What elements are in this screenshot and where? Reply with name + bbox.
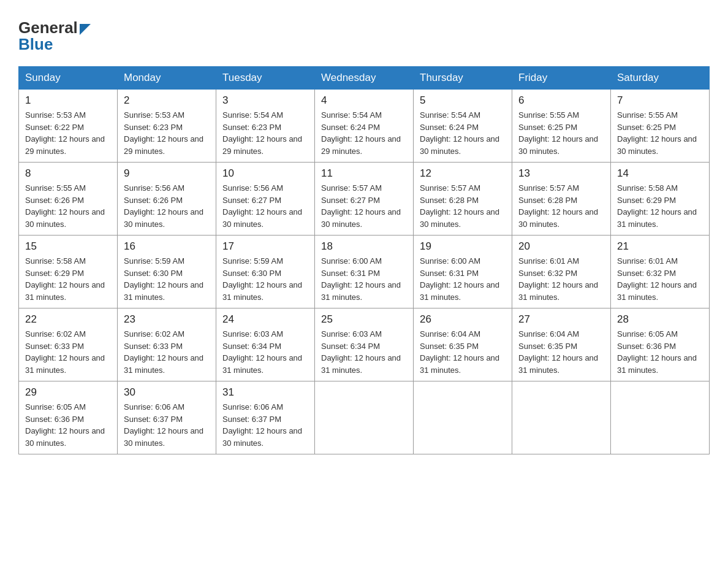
day-detail: Sunrise: 6:05 AM Sunset: 6:36 PM Dayligh… <box>617 328 703 376</box>
day-detail: Sunrise: 5:54 AM Sunset: 6:24 PM Dayligh… <box>420 109 506 157</box>
day-number: 6 <box>518 94 604 107</box>
day-number: 29 <box>25 386 111 399</box>
day-number: 27 <box>518 313 604 326</box>
calendar-cell: 8 Sunrise: 5:55 AM Sunset: 6:26 PM Dayli… <box>19 163 118 236</box>
day-number: 1 <box>25 94 111 107</box>
calendar-cell: 16 Sunrise: 5:59 AM Sunset: 6:30 PM Dayl… <box>118 236 216 308</box>
calendar-week-3: 15 Sunrise: 5:58 AM Sunset: 6:29 PM Dayl… <box>19 236 710 308</box>
calendar-cell: 12 Sunrise: 5:57 AM Sunset: 6:28 PM Dayl… <box>414 163 512 236</box>
calendar-cell: 14 Sunrise: 5:58 AM Sunset: 6:29 PM Dayl… <box>611 163 710 236</box>
calendar-cell: 23 Sunrise: 6:02 AM Sunset: 6:33 PM Dayl… <box>118 308 216 381</box>
day-number: 17 <box>222 240 308 253</box>
calendar-cell: 21 Sunrise: 6:01 AM Sunset: 6:32 PM Dayl… <box>611 236 710 308</box>
calendar-cell: 28 Sunrise: 6:05 AM Sunset: 6:36 PM Dayl… <box>611 308 710 381</box>
day-number: 2 <box>124 94 210 107</box>
day-number: 15 <box>25 240 111 253</box>
day-detail: Sunrise: 5:54 AM Sunset: 6:24 PM Dayligh… <box>321 109 407 157</box>
day-detail: Sunrise: 5:56 AM Sunset: 6:26 PM Dayligh… <box>124 182 210 230</box>
day-number: 21 <box>617 240 703 253</box>
calendar-cell <box>315 381 414 454</box>
day-detail: Sunrise: 5:59 AM Sunset: 6:30 PM Dayligh… <box>222 255 308 303</box>
day-number: 24 <box>222 313 308 326</box>
day-detail: Sunrise: 5:53 AM Sunset: 6:22 PM Dayligh… <box>25 109 111 157</box>
calendar-cell: 29 Sunrise: 6:05 AM Sunset: 6:36 PM Dayl… <box>19 381 118 454</box>
day-detail: Sunrise: 6:06 AM Sunset: 6:37 PM Dayligh… <box>222 401 308 449</box>
col-header-wednesday: Wednesday <box>315 67 414 90</box>
day-number: 11 <box>321 167 407 180</box>
calendar-cell: 24 Sunrise: 6:03 AM Sunset: 6:34 PM Dayl… <box>216 308 315 381</box>
day-detail: Sunrise: 6:03 AM Sunset: 6:34 PM Dayligh… <box>321 328 407 376</box>
day-detail: Sunrise: 5:57 AM Sunset: 6:28 PM Dayligh… <box>518 182 604 230</box>
day-detail: Sunrise: 6:04 AM Sunset: 6:35 PM Dayligh… <box>420 328 506 376</box>
calendar-cell: 2 Sunrise: 5:53 AM Sunset: 6:23 PM Dayli… <box>118 90 216 163</box>
calendar-cell: 9 Sunrise: 5:56 AM Sunset: 6:26 PM Dayli… <box>118 163 216 236</box>
calendar-cell: 22 Sunrise: 6:02 AM Sunset: 6:33 PM Dayl… <box>19 308 118 381</box>
col-header-sunday: Sunday <box>19 67 118 90</box>
calendar-cell: 18 Sunrise: 6:00 AM Sunset: 6:31 PM Dayl… <box>315 236 414 308</box>
day-number: 25 <box>321 313 407 326</box>
day-detail: Sunrise: 5:59 AM Sunset: 6:30 PM Dayligh… <box>124 255 210 303</box>
day-detail: Sunrise: 5:53 AM Sunset: 6:23 PM Dayligh… <box>124 109 210 157</box>
col-header-thursday: Thursday <box>414 67 512 90</box>
calendar-cell: 6 Sunrise: 5:55 AM Sunset: 6:25 PM Dayli… <box>512 90 611 163</box>
calendar-cell: 31 Sunrise: 6:06 AM Sunset: 6:37 PM Dayl… <box>216 381 315 454</box>
day-detail: Sunrise: 6:00 AM Sunset: 6:31 PM Dayligh… <box>321 255 407 303</box>
day-detail: Sunrise: 6:04 AM Sunset: 6:35 PM Dayligh… <box>518 328 604 376</box>
calendar-week-1: 1 Sunrise: 5:53 AM Sunset: 6:22 PM Dayli… <box>19 90 710 163</box>
day-detail: Sunrise: 6:06 AM Sunset: 6:37 PM Dayligh… <box>124 401 210 449</box>
calendar-cell: 13 Sunrise: 5:57 AM Sunset: 6:28 PM Dayl… <box>512 163 611 236</box>
calendar-cell <box>512 381 611 454</box>
logo-blue-text: Blue <box>18 35 53 53</box>
col-header-monday: Monday <box>118 67 216 90</box>
calendar-cell: 11 Sunrise: 5:57 AM Sunset: 6:27 PM Dayl… <box>315 163 414 236</box>
col-header-saturday: Saturday <box>611 67 710 90</box>
calendar-cell: 1 Sunrise: 5:53 AM Sunset: 6:22 PM Dayli… <box>19 90 118 163</box>
calendar-cell: 30 Sunrise: 6:06 AM Sunset: 6:37 PM Dayl… <box>118 381 216 454</box>
calendar-table: SundayMondayTuesdayWednesdayThursdayFrid… <box>18 66 710 454</box>
day-detail: Sunrise: 6:02 AM Sunset: 6:33 PM Dayligh… <box>25 328 111 376</box>
day-detail: Sunrise: 5:57 AM Sunset: 6:28 PM Dayligh… <box>420 182 506 230</box>
day-detail: Sunrise: 6:02 AM Sunset: 6:33 PM Dayligh… <box>124 328 210 376</box>
col-header-tuesday: Tuesday <box>216 67 315 90</box>
calendar-cell: 20 Sunrise: 6:01 AM Sunset: 6:32 PM Dayl… <box>512 236 611 308</box>
day-number: 13 <box>518 167 604 180</box>
day-detail: Sunrise: 6:05 AM Sunset: 6:36 PM Dayligh… <box>25 401 111 449</box>
day-number: 7 <box>617 94 703 107</box>
day-detail: Sunrise: 5:58 AM Sunset: 6:29 PM Dayligh… <box>25 255 111 303</box>
calendar-cell: 5 Sunrise: 5:54 AM Sunset: 6:24 PM Dayli… <box>414 90 512 163</box>
day-detail: Sunrise: 5:56 AM Sunset: 6:27 PM Dayligh… <box>222 182 308 230</box>
day-number: 10 <box>222 167 308 180</box>
day-number: 8 <box>25 167 111 180</box>
calendar-week-5: 29 Sunrise: 6:05 AM Sunset: 6:36 PM Dayl… <box>19 381 710 454</box>
calendar-cell <box>414 381 512 454</box>
day-number: 18 <box>321 240 407 253</box>
logo: General Blue <box>18 18 91 54</box>
day-number: 26 <box>420 313 506 326</box>
logo-arrow-icon <box>80 24 91 35</box>
day-number: 3 <box>222 94 308 107</box>
day-number: 5 <box>420 94 506 107</box>
day-number: 31 <box>222 386 308 399</box>
calendar-week-4: 22 Sunrise: 6:02 AM Sunset: 6:33 PM Dayl… <box>19 308 710 381</box>
calendar-cell: 25 Sunrise: 6:03 AM Sunset: 6:34 PM Dayl… <box>315 308 414 381</box>
day-number: 9 <box>124 167 210 180</box>
calendar-cell: 7 Sunrise: 5:55 AM Sunset: 6:25 PM Dayli… <box>611 90 710 163</box>
calendar-cell <box>611 381 710 454</box>
calendar-cell: 17 Sunrise: 5:59 AM Sunset: 6:30 PM Dayl… <box>216 236 315 308</box>
day-number: 23 <box>124 313 210 326</box>
day-detail: Sunrise: 5:58 AM Sunset: 6:29 PM Dayligh… <box>617 182 703 230</box>
day-number: 14 <box>617 167 703 180</box>
svg-marker-0 <box>80 24 91 35</box>
calendar-cell: 10 Sunrise: 5:56 AM Sunset: 6:27 PM Dayl… <box>216 163 315 236</box>
day-number: 30 <box>124 386 210 399</box>
day-number: 28 <box>617 313 703 326</box>
col-header-friday: Friday <box>512 67 611 90</box>
day-number: 19 <box>420 240 506 253</box>
day-detail: Sunrise: 5:55 AM Sunset: 6:25 PM Dayligh… <box>617 109 703 157</box>
day-detail: Sunrise: 6:01 AM Sunset: 6:32 PM Dayligh… <box>518 255 604 303</box>
day-number: 12 <box>420 167 506 180</box>
day-detail: Sunrise: 6:00 AM Sunset: 6:31 PM Dayligh… <box>420 255 506 303</box>
page-header: General Blue <box>18 18 710 54</box>
calendar-cell: 26 Sunrise: 6:04 AM Sunset: 6:35 PM Dayl… <box>414 308 512 381</box>
day-detail: Sunrise: 5:54 AM Sunset: 6:23 PM Dayligh… <box>222 109 308 157</box>
